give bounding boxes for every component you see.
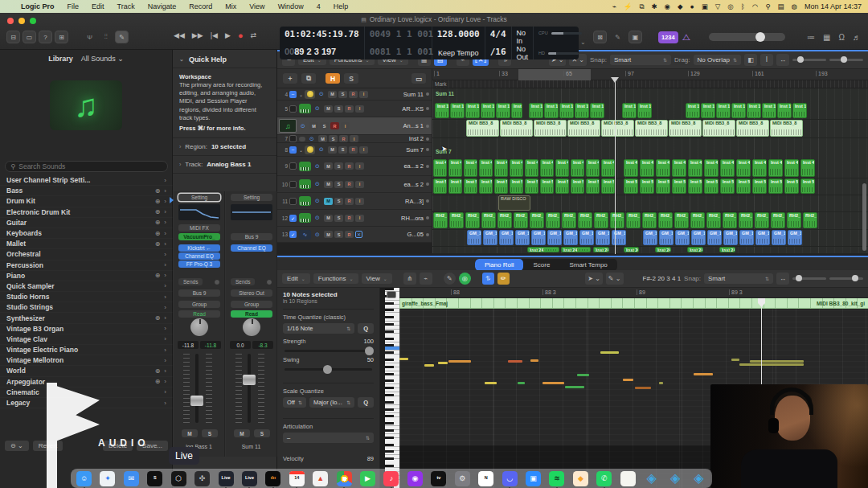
pr-view-menu[interactable]: View⌄: [362, 273, 392, 284]
vertical-scrollbar[interactable]: [862, 183, 866, 251]
playhead-handle[interactable]: [611, 77, 619, 83]
midi-note[interactable]: [518, 382, 525, 384]
region-block[interactable]: Inst 1: [762, 103, 776, 118]
region-block[interactable]: Inst 5: [800, 178, 815, 194]
record-enable-button[interactable]: R: [345, 162, 354, 170]
midi-note[interactable]: [438, 362, 448, 364]
playhead[interactable]: [615, 77, 616, 254]
pr-functions-menu[interactable]: Functions⌄: [313, 273, 358, 284]
region-block[interactable]: Inst 1: [777, 103, 792, 118]
region-block[interactable]: Inst 5: [768, 178, 783, 194]
pr-vertical-zoom-slider[interactable]: [792, 277, 826, 280]
region-block[interactable]: Inst 1: [465, 103, 480, 118]
track-checkbox[interactable]: [289, 135, 297, 142]
mute-button[interactable]: M: [324, 105, 333, 113]
pan-knob[interactable]: [190, 318, 208, 336]
note-repeat-icon[interactable]: ⌁: [420, 273, 432, 285]
menu-item[interactable]: Record: [189, 2, 212, 10]
chevron-down-icon[interactable]: ⌄: [179, 56, 184, 63]
region-block[interactable]: RH2_: [449, 212, 464, 228]
lcd-display[interactable]: 01:02:45:19.78 0089 2 3 197 0049 1 1 001…: [280, 27, 579, 59]
region-block[interactable]: MIDI BB3_8: [601, 120, 634, 137]
region-block[interactable]: Inst 4: [800, 159, 815, 177]
dock-ableton-live-2[interactable]: Live: [242, 471, 257, 486]
inspector-toggle-button[interactable]: ▭: [23, 31, 36, 43]
track-inspector-header[interactable]: › Track: Analog Bass 1: [173, 156, 276, 174]
track-power-button[interactable]: ⊙: [313, 162, 321, 170]
track-name[interactable]: An...s 1: [351, 122, 424, 129]
menu-item[interactable]: View: [249, 2, 264, 10]
library-item[interactable]: World⊕›: [0, 366, 173, 376]
region-block[interactable]: GM_1: [596, 230, 610, 245]
shield-icon[interactable]: ▽: [715, 2, 721, 11]
strength-slider[interactable]: [285, 350, 372, 352]
mute-button[interactable]: M: [328, 91, 337, 98]
scale-root-dropdown[interactable]: Off⇅: [283, 397, 306, 408]
region-block[interactable]: MIDI BB3_8: [702, 120, 735, 137]
midi-note[interactable]: [623, 379, 633, 381]
setting-button[interactable]: Setting: [231, 194, 272, 201]
region-block[interactable]: Inst 5: [720, 178, 735, 194]
library-item[interactable]: Vintage Mellotron›: [0, 355, 173, 366]
region-block[interactable]: Inst 4: [656, 159, 670, 177]
library-item[interactable]: User Channel Strip Setti...›: [0, 175, 173, 186]
add-patch-icon[interactable]: ⊕: [155, 230, 161, 237]
loop-browser-button[interactable]: Ω: [838, 33, 844, 42]
solo-button[interactable]: S: [329, 135, 338, 142]
menu-item[interactable]: Navigate: [148, 2, 177, 10]
region-block[interactable]: RH2_: [433, 212, 448, 228]
library-item[interactable]: Keyboards⊕›: [0, 228, 173, 239]
dock-finder[interactable]: ☺: [76, 471, 92, 486]
dock-waveform-app[interactable]: ılıı: [265, 471, 280, 486]
region-block[interactable]: Inst 5: [494, 178, 508, 194]
tab-smart-tempo[interactable]: Smart Tempo: [559, 259, 616, 271]
solo-button[interactable]: S: [334, 231, 343, 238]
track-name[interactable]: ea...s 2: [366, 181, 424, 188]
region-block[interactable]: Inst 5: [624, 178, 638, 194]
mute-button[interactable]: M: [182, 429, 198, 437]
region-block[interactable]: MIDI BB3_8: [770, 120, 803, 137]
track-header[interactable]: 7⊙MSRIInst 2: [277, 135, 432, 143]
library-item[interactable]: Vintage Electric Piano›: [0, 345, 173, 355]
input-switcher-icon[interactable]: ▤: [777, 2, 784, 11]
mute-button[interactable]: M: [324, 215, 333, 222]
track-power-button[interactable]: ⊙: [313, 180, 321, 188]
waveform-zoom-icon[interactable]: ◧: [744, 54, 757, 66]
region-block[interactable]: Inst 5: [464, 178, 477, 194]
region-block[interactable]: Inst 1: [716, 103, 731, 118]
pr-auto-zoom-icon[interactable]: ↔: [776, 273, 789, 285]
wifi-icon[interactable]: ◠: [752, 2, 758, 11]
library-item[interactable]: Synthesizer⊕›: [0, 313, 173, 323]
record-enable-button[interactable]: R: [345, 181, 354, 188]
midi-note[interactable]: [694, 373, 713, 375]
revert-button[interactable]: Revert: [33, 441, 63, 451]
library-item[interactable]: Studio Horns›: [0, 292, 173, 302]
mute-button[interactable]: M: [309, 122, 318, 129]
add-patch-icon[interactable]: ⊕: [155, 187, 161, 195]
duplicate-track-button[interactable]: ⧉: [301, 73, 316, 84]
region-block[interactable]: GM_1: [755, 230, 770, 245]
dock-chrome[interactable]: [337, 471, 352, 486]
record-enable-button[interactable]: R: [345, 105, 354, 113]
automation-mode-button[interactable]: Read: [231, 310, 272, 318]
library-item[interactable]: Arpeggiator⊕›: [0, 377, 173, 388]
track-header[interactable]: 12✓⊙MSRIRH...ora: [277, 210, 432, 227]
region-block[interactable]: Inst 5: [688, 178, 702, 194]
dock-plugin-diamond-1[interactable]: ◈: [644, 471, 659, 486]
region-block[interactable]: RH2_: [546, 212, 560, 228]
track-checkbox[interactable]: ✓: [289, 215, 297, 222]
midi-in-icon[interactable]: ◎: [459, 273, 471, 285]
region-block[interactable]: Inst 5: [736, 178, 751, 194]
track-name[interactable]: Sum 7: [370, 146, 424, 154]
eq-thumbnail[interactable]: [178, 204, 220, 220]
cycle-button[interactable]: ⇄: [251, 31, 257, 39]
pr-pointer-tool[interactable]: ➤ ⌄: [585, 273, 603, 285]
count-in-button[interactable]: 1234: [658, 31, 678, 43]
region-block[interactable]: RH2_: [562, 212, 576, 228]
dock-plugin-diamond-2[interactable]: ◈: [668, 471, 683, 486]
pr-horizontal-zoom-slider[interactable]: [829, 277, 863, 280]
mini-track-icon[interactable]: [299, 137, 305, 141]
chrome-status-icon[interactable]: ◍: [792, 2, 797, 11]
solo-button[interactable]: S: [334, 105, 343, 113]
solo-button[interactable]: S: [254, 429, 270, 437]
